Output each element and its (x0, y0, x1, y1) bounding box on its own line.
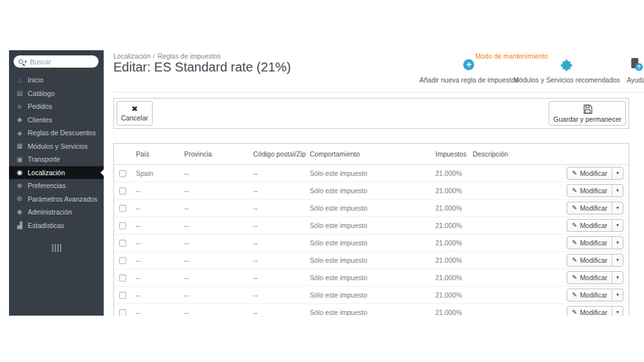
modify-button[interactable]: ✎ Modificar ▾ (567, 271, 623, 284)
help-button[interactable]: ? Ayuda (627, 58, 644, 84)
recommended-modules-button[interactable]: Módulos y Servicios recomendados (513, 58, 620, 84)
pencil-icon: ✎ (572, 256, 577, 263)
row-checkbox[interactable] (119, 257, 126, 264)
modify-button-main[interactable]: ✎ Modificar (567, 307, 612, 316)
sidebar-item[interactable]: ▟ Estadísticas (9, 219, 104, 233)
column-state: Provincia (179, 144, 248, 164)
caret-down-icon: ▾ (616, 222, 619, 228)
modify-button-main[interactable]: ✎ Modificar (567, 220, 612, 231)
modify-dropdown-toggle[interactable]: ▾ (612, 289, 623, 301)
modify-dropdown-toggle[interactable]: ▾ (612, 307, 623, 316)
cell-actions: ✎ Modificar ▾ (563, 182, 629, 199)
help-icon-wrap: ? (630, 58, 643, 71)
cancel-button[interactable]: ✖ Cancelar (117, 101, 153, 126)
breadcrumb-section[interactable]: Localización (113, 52, 151, 60)
pencil-icon: ✎ (572, 274, 577, 281)
sidebar-item[interactable]: ◈ Reglas de Descuentos (9, 126, 104, 140)
modify-button-main[interactable]: ✎ Modificar (567, 272, 612, 283)
header-divider (113, 92, 644, 93)
modify-dropdown-toggle[interactable]: ▾ (612, 254, 623, 266)
sidebar-item-label: Localización (28, 169, 65, 176)
modify-button[interactable]: ✎ Modificar ▾ (567, 184, 623, 197)
sidebar-item-icon: ✱ (15, 209, 24, 216)
cell-behavior: Sólo este impuesto (305, 286, 430, 303)
modify-button-main[interactable]: ✎ Modificar (567, 237, 612, 249)
pencil-icon: ✎ (572, 222, 577, 229)
modify-dropdown-toggle[interactable]: ▾ (612, 202, 623, 214)
modify-dropdown-toggle[interactable]: ▾ (612, 220, 623, 231)
cell-zip: -- (248, 269, 305, 286)
row-checkbox[interactable] (119, 187, 126, 195)
cell-state: -- (179, 303, 248, 316)
sidebar-item[interactable]: ✱ Administración (9, 205, 104, 219)
modify-label: Modificar (580, 239, 607, 247)
sidebar-search[interactable]: ▾ (14, 55, 99, 68)
page-title: Editar: ES Standard rate (21%) (113, 60, 291, 75)
modify-button[interactable]: ✎ Modificar ▾ (567, 236, 623, 249)
modify-button-main[interactable]: ✎ Modificar (567, 167, 612, 179)
cell-checkbox (114, 182, 131, 199)
save-and-stay-label: Guardar y permanecer (553, 115, 621, 123)
sidebar-item[interactable]: ≡ Pedidos (9, 100, 104, 113)
modify-button[interactable]: ✎ Modificar ▾ (567, 202, 623, 214)
modify-dropdown-toggle[interactable]: ▾ (612, 167, 623, 179)
row-checkbox[interactable] (119, 274, 126, 281)
modify-button[interactable]: ✎ Modificar ▾ (567, 289, 623, 301)
modify-button-main[interactable]: ✎ Modificar (567, 254, 612, 266)
row-checkbox[interactable] (119, 309, 126, 316)
modify-button-main[interactable]: ✎ Modificar (567, 289, 612, 301)
modify-label: Modificar (580, 204, 607, 212)
row-checkbox[interactable] (119, 222, 126, 229)
sidebar-item[interactable]: ◉ Localización (9, 166, 104, 180)
cell-description (468, 182, 563, 199)
sidebar-item[interactable]: ▤ Catálogo (9, 87, 104, 100)
pencil-icon: ✎ (572, 309, 577, 316)
modify-label: Modificar (580, 169, 607, 177)
row-checkbox[interactable] (119, 170, 126, 177)
search-scope-caret-icon[interactable]: ▾ (24, 59, 27, 64)
row-checkbox[interactable] (119, 205, 126, 212)
sidebar-item[interactable]: ✻ Preferencias (9, 179, 104, 193)
cell-state: -- (179, 251, 248, 269)
sidebar-item[interactable]: ▣ Transporte (9, 153, 104, 166)
sidebar-item-icon: ⚙ (15, 195, 24, 202)
caret-down-icon: ▾ (616, 274, 619, 280)
cell-country: -- (131, 199, 179, 216)
header-checkbox-column (114, 144, 131, 164)
save-and-stay-button[interactable]: Guardar y permanecer (549, 101, 626, 126)
caret-down-icon: ▾ (616, 309, 619, 315)
table-row: -- -- -- Sólo este impuesto 21.000% ✎ Mo… (114, 234, 629, 251)
cell-description (468, 251, 563, 269)
modify-dropdown-toggle[interactable]: ▾ (612, 272, 623, 283)
modify-dropdown-toggle[interactable]: ▾ (612, 185, 623, 196)
cell-behavior: Sólo este impuesto (305, 234, 430, 251)
sidebar-item[interactable]: ⌂ Inicio (9, 73, 104, 87)
cell-state: -- (179, 182, 248, 199)
search-input[interactable] (30, 58, 86, 66)
row-checkbox[interactable] (119, 240, 126, 247)
sidebar-item[interactable]: ☻ Clientes (9, 113, 104, 127)
sidebar-item-label: Pedidos (28, 102, 52, 110)
cell-actions: ✎ Modificar ▾ (563, 303, 629, 316)
modify-button[interactable]: ✎ Modificar ▾ (567, 254, 623, 267)
modify-button[interactable]: ✎ Modificar ▾ (567, 167, 623, 180)
sidebar-item-label: Transporte (28, 155, 60, 163)
add-tax-rule-button[interactable]: + Añadir nueva regla de impuestos (419, 58, 518, 84)
row-checkbox[interactable] (119, 292, 126, 299)
modify-button[interactable]: ✎ Modificar ▾ (567, 306, 623, 316)
modify-button-main[interactable]: ✎ Modificar (567, 202, 612, 214)
table-row: -- -- -- Sólo este impuesto 21.000% ✎ Mo… (114, 286, 629, 303)
modify-button-main[interactable]: ✎ Modificar (567, 185, 612, 196)
add-tax-rule-label: Añadir nueva regla de impuestos (419, 76, 518, 84)
sidebar-item[interactable]: ⚙ Parámetros Avanzados (9, 193, 104, 206)
sidebar-item-label: Administración (28, 208, 72, 216)
cell-country: -- (131, 303, 179, 316)
collapse-menu-icon[interactable] (52, 244, 61, 252)
modify-dropdown-toggle[interactable]: ▾ (612, 237, 623, 249)
modify-button[interactable]: ✎ Modificar ▾ (567, 219, 623, 232)
breadcrumb-separator: / (153, 52, 155, 60)
sidebar-item-icon: ▟ (15, 222, 24, 229)
add-icon: + (463, 59, 474, 70)
sidebar-item[interactable]: ▦ Módulos y Servicios (9, 140, 104, 153)
main-content: Localización/Reglas de impuestos Editar:… (104, 50, 644, 316)
